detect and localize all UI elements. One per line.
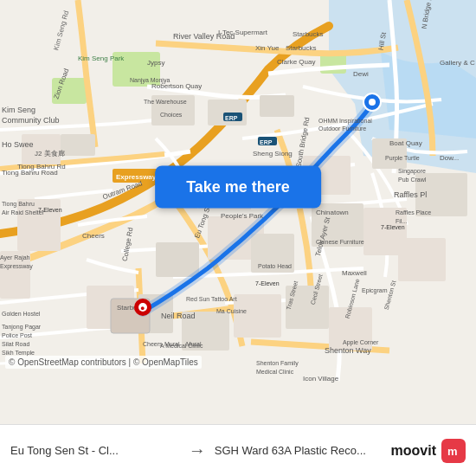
svg-text:Nanjya Monjya: Nanjya Monjya (130, 77, 170, 84)
svg-text:Tiong Bahru: Tiong Bahru (2, 201, 35, 208)
svg-text:Chinatown: Chinatown (316, 209, 349, 216)
svg-text:Raffles Place: Raffles Place (396, 209, 431, 215)
svg-text:Community Club: Community Club (2, 116, 60, 125)
svg-text:Chinese Furniture: Chinese Furniture (316, 239, 364, 245)
svg-text:I-Tec Supermart: I-Tec Supermart (218, 29, 268, 36)
svg-text:Gallery & C: Gallery & C (440, 59, 475, 67)
svg-text:Icon Village: Icon Village (303, 375, 339, 383)
svg-text:The Warehouse: The Warehouse (144, 99, 187, 105)
svg-text:Police Post: Police Post (2, 332, 32, 338)
svg-text:Xin Yue: Xin Yue (255, 44, 280, 52)
svg-text:Air Raid Shelter: Air Raid Shelter (2, 209, 45, 215)
svg-text:OHMM Inspirational: OHMM Inspirational (318, 118, 372, 125)
svg-text:Purple Turtle: Purple Turtle (385, 155, 420, 162)
moovit-icon: m (441, 439, 466, 463)
svg-text:Ma Cuisine: Ma Cuisine (216, 308, 247, 314)
svg-text:Robertson Quay: Robertson Quay (151, 82, 202, 90)
svg-text:Neil Road: Neil Road (161, 312, 196, 320)
svg-text:Ho Swee: Ho Swee (2, 140, 34, 149)
svg-rect-7 (61, 134, 95, 156)
svg-text:Ayer Rajah: Ayer Rajah (0, 254, 30, 261)
svg-text:Dewi: Dewi (353, 70, 369, 78)
svg-text:J2 美食廊: J2 美食廊 (35, 150, 65, 158)
svg-text:ERP: ERP (225, 115, 238, 121)
take-me-there-button[interactable]: Take me there (155, 165, 321, 208)
from-location: Eu Tong Sen St - Cl... (10, 444, 180, 457)
svg-text:Maxwell: Maxwell (342, 269, 367, 277)
svg-text:Singapore: Singapore (398, 168, 426, 175)
svg-text:Silat Road: Silat Road (2, 341, 29, 347)
svg-text:Cheers: Cheers (82, 232, 105, 240)
svg-text:m: m (447, 445, 458, 458)
svg-text:Outdoor Furniture: Outdoor Furniture (318, 125, 366, 132)
svg-text:ERP: ERP (260, 139, 273, 145)
svg-text:Fil...: Fil... (396, 218, 407, 224)
svg-text:Golden Hostel: Golden Hostel (2, 311, 41, 317)
svg-text:7-Eleven: 7-Eleven (381, 224, 405, 230)
to-location: SGH Ward 63A Plastic Reco... (215, 444, 384, 457)
svg-text:●: ● (140, 304, 145, 312)
svg-text:Kim Seng: Kim Seng (2, 106, 35, 114)
moovit-text: moovit (391, 443, 436, 459)
svg-text:Dow...: Dow... (440, 154, 459, 162)
map-attribution: © OpenStreetMap contributors | © OpenMap… (5, 356, 202, 369)
svg-text:Choices: Choices (160, 112, 183, 118)
svg-rect-25 (398, 238, 446, 281)
direction-arrow: → (189, 441, 206, 460)
map-container: Kim Seng Community Club Kim Seng Rd Rive… (0, 0, 476, 424)
svg-text:People's Park: People's Park (221, 212, 264, 220)
svg-text:Cheers: Cheers (143, 341, 163, 347)
svg-text:Expressway: Expressway (0, 263, 33, 270)
svg-text:Mural: Mural (186, 341, 202, 347)
svg-text:Kim Seng Park: Kim Seng Park (78, 55, 125, 62)
svg-rect-10 (260, 95, 294, 117)
svg-text:Apple Corner: Apple Corner (343, 339, 379, 346)
svg-text:Medical Clinic: Medical Clinic (256, 369, 294, 375)
svg-text:Starbucks: Starbucks (286, 44, 317, 52)
svg-text:Epicgram: Epicgram (362, 287, 388, 294)
svg-text:Boat Quay: Boat Quay (389, 139, 422, 147)
svg-text:Mural: Mural (164, 341, 180, 347)
moovit-logo: moovit m (391, 439, 466, 463)
svg-text:Potato Head: Potato Head (258, 263, 292, 269)
svg-text:7-Eleven: 7-Eleven (255, 280, 280, 286)
svg-text:Starbucks: Starbucks (293, 30, 324, 38)
svg-text:Pub Crawl: Pub Crawl (398, 177, 427, 183)
svg-text:Raffles Pl: Raffles Pl (394, 190, 427, 199)
svg-text:Expressway: Expressway (116, 173, 157, 181)
to-label: SGH Ward 63A Plastic Reco... (215, 444, 384, 457)
svg-text:Shenton Family: Shenton Family (256, 360, 299, 367)
svg-text:Shenton Way: Shenton Way (325, 346, 371, 355)
svg-text:Red Sun Tattoo Art: Red Sun Tattoo Art (186, 296, 237, 302)
svg-text:Jypsy: Jypsy (147, 59, 164, 67)
svg-point-115 (369, 99, 376, 106)
svg-rect-21 (234, 294, 281, 338)
svg-rect-16 (156, 242, 199, 277)
svg-text:Tanjong Pagar: Tanjong Pagar (2, 324, 42, 331)
from-label: Eu Tong Sen St - Cl... (10, 444, 180, 457)
svg-text:Clarke Quay: Clarke Quay (277, 58, 315, 66)
svg-text:Tiong Bahru Road: Tiong Bahru Road (2, 169, 58, 177)
svg-text:Sheng Siong: Sheng Siong (253, 150, 293, 158)
bottom-bar: Eu Tong Sen St - Cl... → SGH Ward 63A Pl… (0, 424, 476, 476)
